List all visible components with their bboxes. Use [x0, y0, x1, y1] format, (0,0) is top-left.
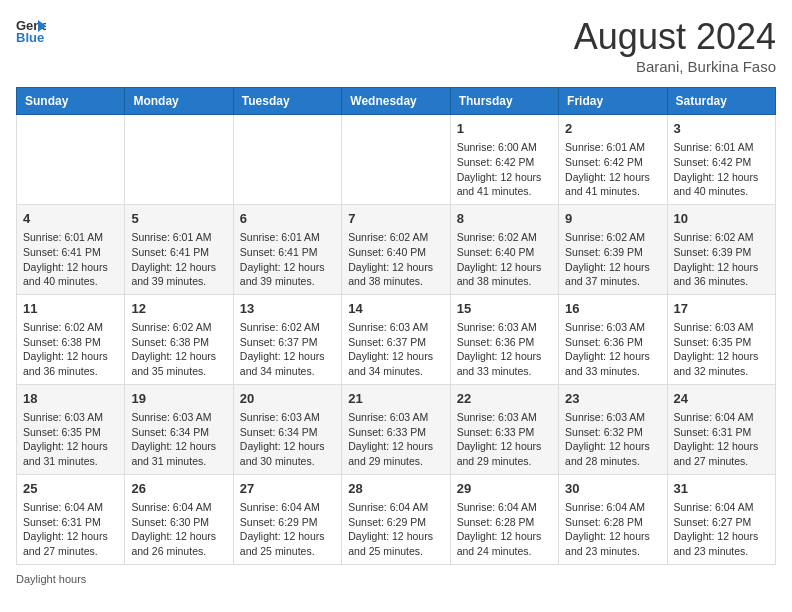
day-info: Sunrise: 6:01 AM	[565, 140, 660, 155]
day-info: Sunrise: 6:04 AM	[457, 500, 552, 515]
day-info: and 30 minutes.	[240, 454, 335, 469]
day-info: Daylight: 12 hours	[131, 529, 226, 544]
day-info: and 38 minutes.	[348, 274, 443, 289]
day-info: Daylight: 12 hours	[23, 529, 118, 544]
day-info: Sunset: 6:39 PM	[674, 245, 769, 260]
calendar-cell: 25Sunrise: 6:04 AMSunset: 6:31 PMDayligh…	[17, 474, 125, 564]
day-info: and 29 minutes.	[457, 454, 552, 469]
day-number: 7	[348, 210, 443, 228]
day-number: 22	[457, 390, 552, 408]
day-header-sunday: Sunday	[17, 88, 125, 115]
day-number: 3	[674, 120, 769, 138]
day-info: and 35 minutes.	[131, 364, 226, 379]
calendar-cell	[125, 115, 233, 205]
day-info: and 25 minutes.	[240, 544, 335, 559]
day-number: 18	[23, 390, 118, 408]
day-number: 6	[240, 210, 335, 228]
day-info: Sunset: 6:33 PM	[457, 425, 552, 440]
day-number: 10	[674, 210, 769, 228]
day-info: and 37 minutes.	[565, 274, 660, 289]
day-info: Daylight: 12 hours	[674, 439, 769, 454]
day-number: 13	[240, 300, 335, 318]
day-info: Sunset: 6:36 PM	[457, 335, 552, 350]
day-info: and 27 minutes.	[23, 544, 118, 559]
day-number: 16	[565, 300, 660, 318]
day-info: Sunset: 6:41 PM	[131, 245, 226, 260]
day-info: Daylight: 12 hours	[565, 170, 660, 185]
calendar-cell: 1Sunrise: 6:00 AMSunset: 6:42 PMDaylight…	[450, 115, 558, 205]
calendar-cell: 19Sunrise: 6:03 AMSunset: 6:34 PMDayligh…	[125, 384, 233, 474]
daylight-label: Daylight hours	[16, 573, 86, 585]
day-info: Sunrise: 6:01 AM	[674, 140, 769, 155]
day-info: Sunrise: 6:01 AM	[23, 230, 118, 245]
day-info: Sunset: 6:28 PM	[457, 515, 552, 530]
calendar-week-row: 4Sunrise: 6:01 AMSunset: 6:41 PMDaylight…	[17, 204, 776, 294]
day-info: Sunset: 6:41 PM	[240, 245, 335, 260]
calendar-cell: 29Sunrise: 6:04 AMSunset: 6:28 PMDayligh…	[450, 474, 558, 564]
day-info: Sunrise: 6:04 AM	[348, 500, 443, 515]
day-info: Daylight: 12 hours	[565, 260, 660, 275]
day-number: 20	[240, 390, 335, 408]
day-info: Sunset: 6:37 PM	[240, 335, 335, 350]
day-info: and 41 minutes.	[457, 184, 552, 199]
day-header-saturday: Saturday	[667, 88, 775, 115]
day-info: and 36 minutes.	[23, 364, 118, 379]
day-info: Sunset: 6:36 PM	[565, 335, 660, 350]
day-info: Daylight: 12 hours	[565, 529, 660, 544]
day-info: Daylight: 12 hours	[131, 349, 226, 364]
day-info: Sunrise: 6:03 AM	[240, 410, 335, 425]
day-info: Daylight: 12 hours	[457, 260, 552, 275]
day-info: Daylight: 12 hours	[674, 529, 769, 544]
calendar-week-row: 18Sunrise: 6:03 AMSunset: 6:35 PMDayligh…	[17, 384, 776, 474]
calendar-table: SundayMondayTuesdayWednesdayThursdayFrid…	[16, 87, 776, 565]
day-number: 5	[131, 210, 226, 228]
day-info: Daylight: 12 hours	[457, 439, 552, 454]
day-number: 2	[565, 120, 660, 138]
day-info: Daylight: 12 hours	[240, 260, 335, 275]
calendar-cell: 4Sunrise: 6:01 AMSunset: 6:41 PMDaylight…	[17, 204, 125, 294]
day-info: Daylight: 12 hours	[240, 439, 335, 454]
calendar-cell: 8Sunrise: 6:02 AMSunset: 6:40 PMDaylight…	[450, 204, 558, 294]
day-info: Sunset: 6:40 PM	[348, 245, 443, 260]
day-header-monday: Monday	[125, 88, 233, 115]
calendar-cell: 16Sunrise: 6:03 AMSunset: 6:36 PMDayligh…	[559, 294, 667, 384]
day-info: and 41 minutes.	[565, 184, 660, 199]
day-info: Sunset: 6:42 PM	[674, 155, 769, 170]
day-info: Daylight: 12 hours	[240, 529, 335, 544]
day-info: Sunset: 6:40 PM	[457, 245, 552, 260]
day-info: and 29 minutes.	[348, 454, 443, 469]
calendar-cell: 10Sunrise: 6:02 AMSunset: 6:39 PMDayligh…	[667, 204, 775, 294]
day-info: Sunset: 6:42 PM	[457, 155, 552, 170]
day-info: and 34 minutes.	[240, 364, 335, 379]
day-info: Sunrise: 6:04 AM	[674, 500, 769, 515]
day-info: Sunset: 6:33 PM	[348, 425, 443, 440]
day-info: Sunrise: 6:03 AM	[131, 410, 226, 425]
day-info: Daylight: 12 hours	[240, 349, 335, 364]
day-info: and 32 minutes.	[674, 364, 769, 379]
calendar-cell: 30Sunrise: 6:04 AMSunset: 6:28 PMDayligh…	[559, 474, 667, 564]
calendar-cell: 12Sunrise: 6:02 AMSunset: 6:38 PMDayligh…	[125, 294, 233, 384]
day-number: 29	[457, 480, 552, 498]
calendar-cell: 26Sunrise: 6:04 AMSunset: 6:30 PMDayligh…	[125, 474, 233, 564]
day-info: Sunrise: 6:01 AM	[131, 230, 226, 245]
day-number: 25	[23, 480, 118, 498]
calendar-cell: 27Sunrise: 6:04 AMSunset: 6:29 PMDayligh…	[233, 474, 341, 564]
day-info: Daylight: 12 hours	[348, 439, 443, 454]
day-number: 4	[23, 210, 118, 228]
day-info: Sunset: 6:32 PM	[565, 425, 660, 440]
day-info: and 39 minutes.	[131, 274, 226, 289]
day-info: Sunrise: 6:03 AM	[457, 410, 552, 425]
day-header-tuesday: Tuesday	[233, 88, 341, 115]
day-number: 28	[348, 480, 443, 498]
calendar-cell: 15Sunrise: 6:03 AMSunset: 6:36 PMDayligh…	[450, 294, 558, 384]
day-number: 31	[674, 480, 769, 498]
day-info: and 28 minutes.	[565, 454, 660, 469]
day-info: Sunrise: 6:02 AM	[23, 320, 118, 335]
day-number: 30	[565, 480, 660, 498]
day-number: 21	[348, 390, 443, 408]
day-info: Daylight: 12 hours	[457, 529, 552, 544]
calendar-cell: 5Sunrise: 6:01 AMSunset: 6:41 PMDaylight…	[125, 204, 233, 294]
calendar-cell: 6Sunrise: 6:01 AMSunset: 6:41 PMDaylight…	[233, 204, 341, 294]
day-info: Daylight: 12 hours	[565, 349, 660, 364]
day-info: Daylight: 12 hours	[674, 349, 769, 364]
